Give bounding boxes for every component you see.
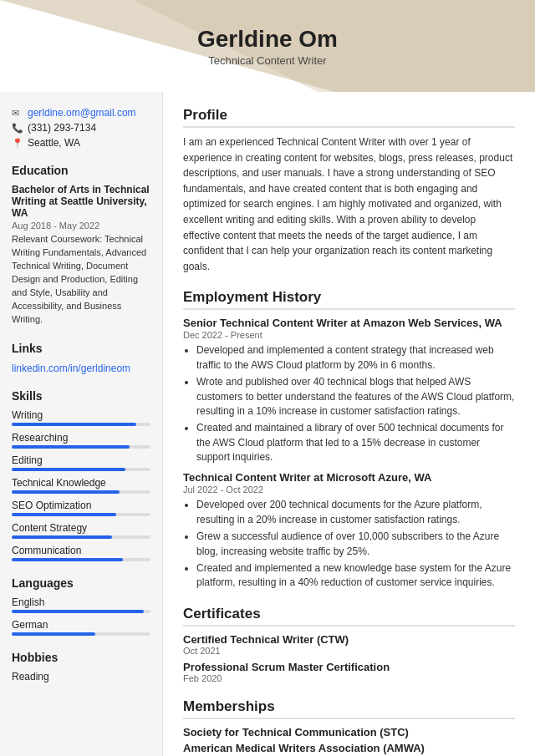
email-item: ✉ gerldine.om@gmail.com	[12, 107, 150, 119]
language-bar-fill	[12, 610, 144, 613]
employment-section-title: Employment History	[183, 289, 515, 310]
skill-label: Technical Knowledge	[12, 477, 150, 489]
language-bar-bg	[12, 610, 150, 613]
hobbies-section: Hobbies Reading	[12, 651, 150, 682]
skill-bar-bg	[12, 490, 150, 494]
job-dates: Dec 2022 - Present	[183, 330, 515, 340]
job-title: Technical Content Writer at Microsoft Az…	[183, 471, 515, 484]
location-icon: 📍	[12, 138, 23, 149]
job-bullet: Developed and implemented a content stra…	[196, 343, 515, 373]
skill-bar-fill	[12, 468, 125, 471]
job-entry: Technical Content Writer at Microsoft Az…	[183, 471, 515, 590]
certs-list: Certified Technical Writer (CTW) Oct 202…	[183, 633, 515, 683]
job-bullet: Grew a successful audience of over 10,00…	[196, 530, 515, 559]
coursework-label: Relevant Coursework:	[12, 234, 104, 244]
email-icon: ✉	[12, 108, 23, 119]
profile-section-title: Profile	[183, 107, 515, 128]
skill-item: Technical Knowledge	[12, 477, 150, 494]
languages-title: Languages	[12, 576, 150, 590]
language-bar-fill	[12, 632, 95, 636]
skill-label: Editing	[12, 454, 150, 466]
language-label: German	[12, 619, 150, 631]
cert-name: Professional Scrum Master Certification	[183, 661, 515, 673]
contact-section: ✉ gerldine.om@gmail.com 📞 (331) 293-7134…	[12, 107, 150, 149]
membership-item: American Medical Writers Association (AM…	[183, 742, 515, 754]
job-bullet: Created and implemented a new knowledge …	[196, 561, 515, 591]
cert-date: Oct 2021	[183, 646, 515, 656]
jobs-list: Senior Technical Content Writer at Amazo…	[183, 317, 515, 590]
job-dates: Jul 2022 - Oct 2022	[183, 485, 515, 495]
resume-header: Gerldine Om Technical Content Writer	[0, 0, 535, 92]
skills-title: Skills	[12, 389, 150, 403]
skill-bar-bg	[12, 423, 150, 426]
skill-item: Content Strategy	[12, 522, 150, 539]
coursework-text: Technical Writing Fundamentals, Advanced…	[12, 234, 146, 324]
skill-item: Writing	[12, 409, 150, 426]
candidate-name: Gerldine Om	[197, 26, 338, 53]
language-bar-bg	[12, 632, 150, 636]
edu-degree: Bachelor of Arts in Technical Writing at…	[12, 184, 150, 219]
cert-entry: Certified Technical Writer (CTW) Oct 202…	[183, 633, 515, 656]
skill-bar-fill	[12, 445, 130, 449]
phone-icon: 📞	[12, 123, 23, 134]
sidebar: ✉ gerldine.om@gmail.com 📞 (331) 293-7134…	[0, 92, 163, 756]
skills-list: Writing Researching Editing Technical Kn…	[12, 409, 150, 561]
email-link[interactable]: gerldine.om@gmail.com	[28, 107, 136, 119]
edu-coursework: Relevant Coursework: Technical Writing F…	[12, 233, 150, 327]
languages-section: Languages English German	[12, 576, 150, 636]
candidate-title: Technical Content Writer	[197, 54, 338, 67]
skill-label: SEO Optimization	[12, 500, 150, 511]
job-entry: Senior Technical Content Writer at Amazo…	[183, 317, 515, 464]
skill-label: Writing	[12, 409, 150, 421]
languages-list: English German	[12, 596, 150, 636]
cert-date: Feb 2020	[183, 673, 515, 683]
memberships-list: Society for Technical Communication (STC…	[183, 726, 515, 754]
certificates-section-title: Certificates	[183, 606, 515, 627]
skill-bar-fill	[12, 558, 123, 561]
links-title: Links	[12, 342, 150, 355]
membership-item: Society for Technical Communication (STC…	[183, 726, 515, 738]
phone-text: (331) 293-7134	[28, 122, 96, 134]
hobbies-title: Hobbies	[12, 651, 150, 664]
skill-bar-bg	[12, 445, 150, 449]
education-section: Education Bachelor of Arts in Technical …	[12, 164, 150, 327]
hobby-item: Reading	[12, 671, 150, 682]
memberships-section: Memberships Society for Technical Commun…	[183, 698, 515, 754]
skill-bar-fill	[12, 423, 136, 426]
skill-bar-fill	[12, 513, 116, 516]
profile-text: I am an experienced Technical Content Wr…	[183, 134, 515, 274]
location-item: 📍 Seattle, WA	[12, 137, 150, 149]
skill-bar-bg	[12, 513, 150, 516]
skill-item: Researching	[12, 432, 150, 449]
skill-bar-fill	[12, 490, 120, 494]
job-bullet: Created and maintained a library of over…	[196, 421, 515, 464]
job-title: Senior Technical Content Writer at Amazo…	[183, 317, 515, 329]
linkedin-link[interactable]: linkedin.com/in/gerldineom	[12, 363, 130, 374]
skill-label: Researching	[12, 432, 150, 444]
language-item: German	[12, 619, 150, 636]
linkedin-item: linkedin.com/in/gerldineom	[12, 362, 150, 374]
edu-dates: Aug 2018 - May 2022	[12, 221, 150, 231]
skill-bar-bg	[12, 535, 150, 539]
job-bullet: Wrote and published over 40 technical bl…	[196, 375, 515, 419]
job-bullets: Developed over 200 technical documents f…	[183, 498, 515, 590]
cert-name: Certified Technical Writer (CTW)	[183, 633, 515, 646]
job-bullet: Developed over 200 technical documents f…	[196, 498, 515, 527]
employment-section: Employment History Senior Technical Cont…	[183, 289, 515, 590]
main-content: Profile I am an experienced Technical Co…	[163, 92, 535, 756]
skill-bar-bg	[12, 558, 150, 561]
skill-label: Communication	[12, 545, 150, 556]
skill-item: SEO Optimization	[12, 500, 150, 516]
memberships-section-title: Memberships	[183, 698, 515, 719]
profile-section: Profile I am an experienced Technical Co…	[183, 107, 515, 274]
links-section: Links linkedin.com/in/gerldineom	[12, 342, 150, 374]
language-label: English	[12, 596, 150, 608]
cert-entry: Professional Scrum Master Certification …	[183, 661, 515, 683]
education-title: Education	[12, 164, 150, 177]
skill-bar-bg	[12, 468, 150, 471]
location-text: Seattle, WA	[28, 137, 80, 149]
skill-item: Editing	[12, 454, 150, 471]
skills-section: Skills Writing Researching Editing Techn…	[12, 389, 150, 561]
phone-item: 📞 (331) 293-7134	[12, 122, 150, 134]
skill-item: Communication	[12, 545, 150, 561]
